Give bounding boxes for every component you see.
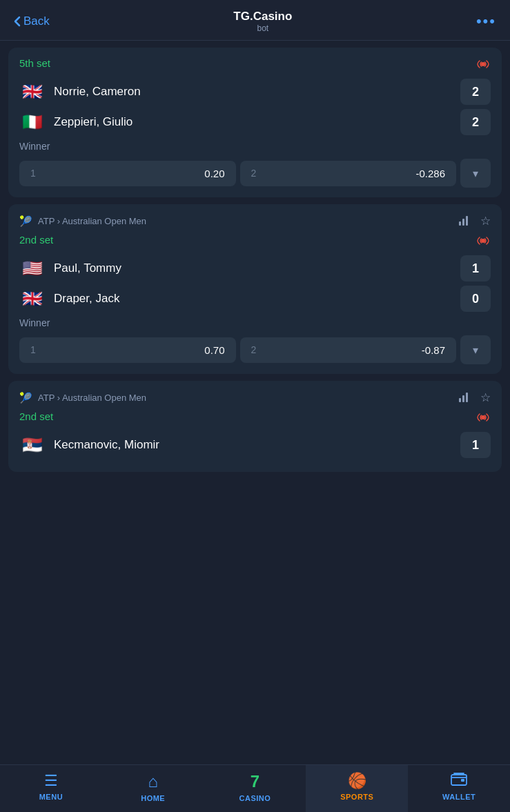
live-icon [475, 235, 491, 248]
nav-home[interactable]: ⌂ HOME [102, 765, 204, 812]
set-header: 2nd set [19, 410, 491, 426]
casino-icon: 7 [251, 772, 259, 791]
match-meta-text: ATP › Australian Open Men [38, 393, 453, 403]
stats-icon [459, 391, 468, 405]
player-row: 🇬🇧 Norrie, Cameron 2 [19, 79, 491, 105]
sports-icon: 🏀 [348, 772, 366, 790]
odds-num: 2 [251, 168, 257, 179]
winner-label: Winner [19, 317, 491, 328]
nav-wallet-label: WALLET [442, 793, 475, 801]
odds-val: -0.286 [415, 168, 445, 179]
match-meta: 🎾 ATP › Australian Open Men ☆ [19, 214, 491, 228]
app-title: TG.Casino [50, 10, 476, 23]
nav-casino-label: CASINO [239, 794, 271, 802]
flag-us: 🇺🇸 [19, 255, 46, 281]
wallet-icon [451, 772, 467, 790]
nav-sports-label: SPORTS [340, 793, 373, 801]
flag-uk2: 🇬🇧 [19, 286, 46, 312]
score-badge: 1 [460, 255, 491, 281]
star-icon[interactable]: ☆ [480, 214, 491, 228]
odds-num: 2 [251, 344, 257, 355]
odds-val: 0.70 [204, 344, 224, 356]
live-icon [475, 59, 491, 72]
bar-chart-icon [459, 391, 468, 402]
svg-point-2 [481, 415, 485, 419]
nav-sports[interactable]: 🏀 SPORTS [306, 765, 408, 812]
nav-home-label: HOME [141, 794, 165, 802]
header-center: TG.Casino bot [50, 10, 476, 33]
odds-dropdown[interactable]: ▾ [460, 159, 491, 188]
live-radio-icon [475, 59, 491, 70]
stats-icon [459, 215, 468, 228]
set-label: 5th set [19, 57, 50, 69]
player-row: 🇬🇧 Draper, Jack 0 [19, 286, 491, 312]
tennis-icon: 🎾 [19, 215, 32, 228]
set-label: 2nd set [19, 234, 53, 246]
match-meta: 🎾 ATP › Australian Open Men ☆ [19, 390, 491, 405]
match-card: 🎾 ATP › Australian Open Men ☆ 2nd set [8, 204, 502, 374]
back-chevron-icon [14, 16, 21, 27]
match-card: 🎾 ATP › Australian Open Men ☆ 2nd set [8, 381, 502, 472]
nav-menu[interactable]: ☰ MENU [0, 765, 102, 812]
set-header: 2nd set [19, 234, 491, 250]
winner-label: Winner [19, 141, 491, 152]
more-button[interactable]: ••• [476, 12, 496, 30]
nav-casino[interactable]: 7 CASINO [204, 765, 306, 812]
odds-val: 0.20 [204, 168, 224, 179]
player-name: Zeppieri, Giulio [54, 115, 452, 129]
player-name: Draper, Jack [54, 292, 452, 306]
score-badge: 2 [460, 109, 491, 135]
live-radio-icon [475, 235, 491, 246]
player-name: Norrie, Cameron [54, 85, 452, 99]
odds-button-2[interactable]: 2 -0.286 [240, 161, 457, 186]
back-button[interactable]: Back [14, 14, 50, 28]
odds-row: 1 0.70 2 -0.87 ▾ [19, 335, 491, 364]
live-radio-icon [475, 412, 491, 423]
live-icon [475, 412, 491, 425]
odds-num: 1 [30, 344, 36, 355]
score-badge: 0 [460, 286, 491, 312]
tennis-icon: 🎾 [19, 392, 32, 404]
nav-menu-label: MENU [39, 793, 63, 801]
back-label: Back [23, 14, 50, 28]
odds-button-1[interactable]: 1 0.70 [19, 337, 236, 363]
flag-it: 🇮🇹 [19, 109, 46, 135]
header: Back TG.Casino bot ••• [0, 0, 510, 41]
star-icon[interactable]: ☆ [480, 390, 491, 405]
player-row: 🇮🇹 Zeppieri, Giulio 2 [19, 109, 491, 135]
set-header: 5th set [19, 57, 491, 73]
score-badge: 1 [460, 432, 491, 458]
content-area: 5th set 🇬🇧 Norrie, Cameron 2 🇮🇹 Zeppieri… [0, 48, 510, 534]
player-row: 🇺🇸 Paul, Tommy 1 [19, 255, 491, 281]
odds-num: 1 [30, 168, 36, 179]
odds-row: 1 0.20 2 -0.286 ▾ [19, 159, 491, 188]
odds-button-2[interactable]: 2 -0.87 [240, 337, 457, 363]
wallet-svg-icon [451, 772, 467, 786]
app-subtitle: bot [50, 23, 476, 33]
nav-wallet[interactable]: WALLET [408, 765, 510, 812]
player-row: 🇷🇸 Kecmanovic, Miomir 1 [19, 432, 491, 458]
player-name: Kecmanovic, Miomir [54, 438, 452, 452]
flag-uk: 🇬🇧 [19, 79, 46, 105]
svg-point-1 [481, 239, 485, 243]
set-label: 2nd set [19, 410, 53, 422]
home-icon: ⌂ [148, 772, 158, 791]
svg-point-0 [481, 62, 485, 66]
odds-dropdown[interactable]: ▾ [460, 335, 491, 364]
odds-val: -0.87 [422, 344, 445, 356]
match-card: 5th set 🇬🇧 Norrie, Cameron 2 🇮🇹 Zeppieri… [8, 48, 502, 197]
menu-icon: ☰ [44, 772, 58, 790]
bar-chart-icon [459, 215, 468, 226]
match-meta-text: ATP › Australian Open Men [38, 216, 453, 226]
flag-rs: 🇷🇸 [19, 432, 46, 458]
bottom-nav: ☰ MENU ⌂ HOME 7 CASINO 🏀 SPORTS WALLET [0, 764, 510, 812]
odds-button-1[interactable]: 1 0.20 [19, 161, 236, 186]
score-badge: 2 [460, 79, 491, 105]
svg-rect-4 [461, 779, 464, 782]
player-name: Paul, Tommy [54, 261, 452, 275]
